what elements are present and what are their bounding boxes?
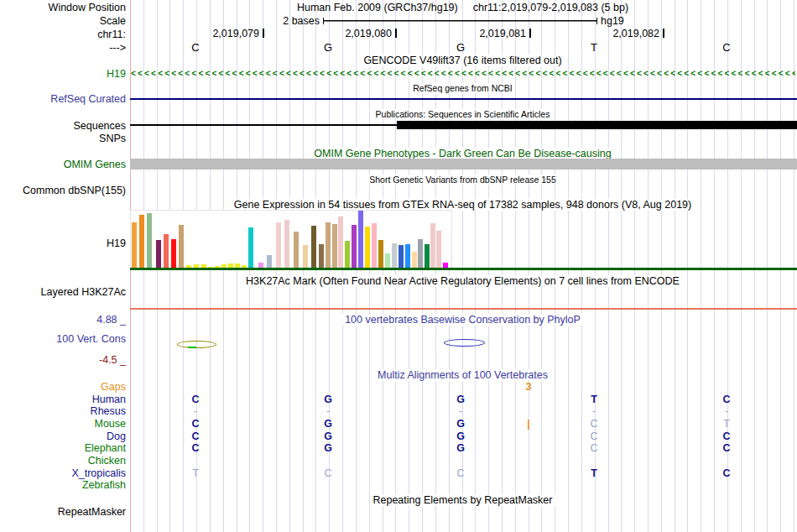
- gtex-tissue-bar[interactable]: [303, 245, 308, 269]
- gtex-tissue-bar[interactable]: [352, 225, 357, 269]
- species-label-gaps[interactable]: Gaps: [0, 381, 126, 393]
- gtex-tissue-bar[interactable]: [171, 239, 176, 269]
- alignment-base: T: [189, 467, 202, 479]
- h3k27ac-track-label[interactable]: Layered H3K27Ac: [0, 286, 126, 298]
- phylop-wiggle-mark: [444, 339, 485, 347]
- cons-max-label: 4.88 _: [0, 314, 126, 326]
- gtex-tissue-bar[interactable]: [284, 220, 289, 269]
- refseq-gene-line[interactable]: [130, 98, 797, 100]
- gtex-tissue-bar[interactable]: [147, 213, 152, 269]
- gtex-tissue-bar[interactable]: [392, 243, 397, 269]
- species-label-zebrafish[interactable]: Zebrafish: [0, 479, 126, 491]
- species-label-dog[interactable]: Dog: [0, 430, 126, 442]
- grid-line: [515, 0, 516, 532]
- gtex-tissue-bar[interactable]: [338, 216, 343, 269]
- position-tick-label: 2,019,081: [467, 29, 526, 39]
- gtex-tissue-bar[interactable]: [294, 232, 299, 269]
- snps-track-label[interactable]: SNPs: [0, 133, 126, 144]
- alignment-base: T: [587, 467, 601, 479]
- gtex-tissue-bar[interactable]: [385, 253, 390, 269]
- scale-row-label: Scale: [0, 15, 126, 27]
- gtex-tissue-bar[interactable]: [405, 244, 410, 269]
- species-label-rhesus[interactable]: Rhesus: [0, 405, 126, 417]
- alignment-base: G: [321, 394, 335, 405]
- cons-track-label[interactable]: 100 Vert. Cons: [0, 333, 126, 345]
- gtex-tissue-bar[interactable]: [332, 224, 337, 269]
- gtex-tissue-bar[interactable]: [276, 222, 281, 269]
- gtex-tissue-bar[interactable]: [365, 227, 370, 269]
- refseq-item-label[interactable]: RefSeq Curated: [0, 93, 126, 105]
- omim-title: OMIM Gene Phenotypes - Dark Green Can Be…: [130, 148, 795, 159]
- grid-line: [529, 0, 529, 532]
- species-label-elephant[interactable]: Elephant: [0, 442, 126, 454]
- gtex-tissue-bar[interactable]: [345, 241, 350, 269]
- gtex-tissue-bar[interactable]: [372, 223, 377, 269]
- grid-line: [687, 0, 688, 532]
- species-label-chicken[interactable]: Chicken: [0, 455, 126, 467]
- gtex-tissue-bar[interactable]: [378, 240, 383, 269]
- gencode-item-label[interactable]: H19: [0, 68, 126, 80]
- repeatmasker-title: Repeating Elements by RepeatMasker: [130, 494, 795, 506]
- position-tick-mark: [529, 29, 531, 38]
- gtex-tissue-bar[interactable]: [358, 211, 363, 269]
- gtex-tissue-bar[interactable]: [311, 226, 316, 269]
- gtex-tissue-bar[interactable]: [398, 245, 404, 269]
- alignment-base: G: [454, 430, 467, 442]
- gtex-gene-label[interactable]: H19: [0, 237, 126, 249]
- publications-item-label[interactable]: Sequences: [0, 120, 126, 132]
- gtex-tissue-bar[interactable]: [319, 244, 324, 269]
- grid-line: [675, 0, 675, 532]
- reference-base: G: [322, 42, 334, 53]
- reference-base: T: [588, 42, 600, 53]
- gtex-tissue-bar[interactable]: [179, 225, 184, 269]
- grid-line: [661, 0, 662, 532]
- alignment-base: -: [720, 405, 733, 417]
- gtex-tissue-bar[interactable]: [139, 215, 144, 269]
- gtex-tissue-bar[interactable]: [156, 240, 161, 269]
- species-label-x_tropicalis[interactable]: X_tropicalis: [0, 467, 126, 479]
- refseq-title: RefSeq genes from NCBI: [130, 82, 795, 94]
- dbsnp-track-label[interactable]: Common dbSNP(155): [0, 185, 126, 196]
- chrom-label: chr11:: [0, 29, 126, 40]
- publications-bar[interactable]: [397, 121, 797, 129]
- strand-arrow-label: --->: [0, 42, 126, 54]
- gtex-tissue-bar[interactable]: [418, 239, 423, 269]
- h3k27ac-baseline[interactable]: [130, 308, 797, 310]
- position-tick-label: 2,019,079: [201, 29, 259, 39]
- repeatmasker-track-label[interactable]: RepeatMasker: [0, 506, 126, 518]
- grid-line: [714, 0, 715, 532]
- gtex-tissue-bar[interactable]: [412, 252, 417, 269]
- reference-base: C: [190, 42, 201, 53]
- gtex-baseline: [130, 268, 797, 270]
- alignment-base: C: [720, 430, 733, 442]
- omim-bar[interactable]: [130, 159, 797, 170]
- dbsnp-title: Short Genetic Variants from dbSNP releas…: [130, 174, 795, 185]
- position-tick-label: 2,019,082: [601, 29, 659, 39]
- gtex-tissue-bar[interactable]: [430, 223, 435, 269]
- gtex-tissue-bar[interactable]: [164, 234, 169, 269]
- publications-line[interactable]: [130, 124, 397, 126]
- gencode-gene-line[interactable]: <<<<<<<<<<<<<<<<<<<<<<<<<<<<<<<<<<<<<<<<…: [131, 70, 795, 78]
- window-position-label: Window Position: [0, 2, 126, 13]
- alignment-base: C: [454, 467, 467, 479]
- gtex-tissue-bar[interactable]: [326, 222, 331, 269]
- alignment-base: -: [321, 405, 335, 417]
- grid-line: [488, 0, 489, 532]
- gtex-tissue-bar[interactable]: [425, 244, 430, 269]
- species-label-mouse[interactable]: Mouse: [0, 418, 126, 430]
- omim-track-label[interactable]: OMIM Genes: [0, 159, 126, 170]
- grid-line: [502, 0, 503, 532]
- position-header: Human Feb. 2009 (GRCh37/hg19) chr11:2,01…: [130, 2, 795, 13]
- gtex-tissue-bar[interactable]: [436, 231, 441, 269]
- grid-line: [701, 0, 701, 532]
- grid-line: [648, 0, 649, 532]
- grid-line: [621, 0, 622, 532]
- alignment-base: T: [720, 418, 733, 430]
- gtex-tissue-bar[interactable]: [248, 227, 253, 269]
- gtex-tissue-bar[interactable]: [132, 222, 137, 269]
- species-label-human[interactable]: Human: [0, 394, 126, 405]
- gtex-tissue-bar[interactable]: [267, 255, 272, 269]
- position-tick-label: 2,019,080: [333, 29, 392, 39]
- cons-min-label: -4.5 _: [0, 354, 126, 366]
- position-tick-mark: [663, 29, 664, 38]
